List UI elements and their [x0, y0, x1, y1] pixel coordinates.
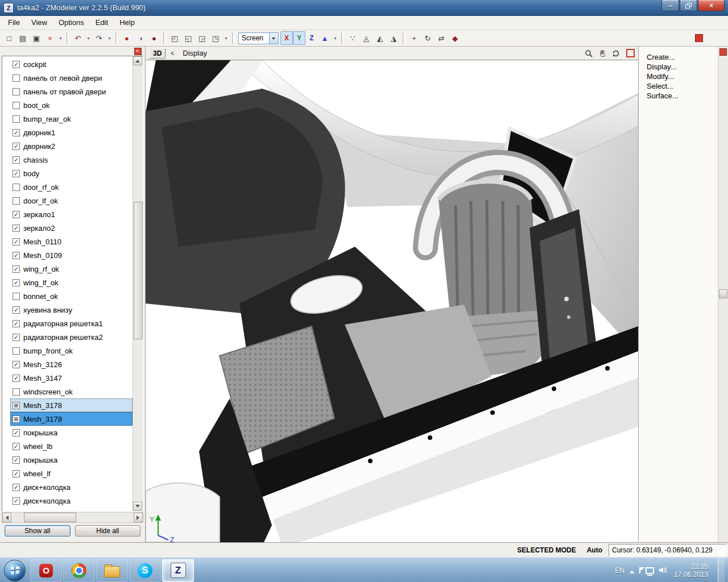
visibility-checkbox[interactable]: ✓ — [13, 375, 20, 382]
scene-object-row[interactable]: Mesh_3178 — [10, 398, 133, 412]
visibility-checkbox[interactable]: ✓ — [13, 470, 20, 477]
restore-button[interactable] — [680, 0, 697, 11]
scene-object-row[interactable]: ✓Mesh_0109 — [10, 248, 133, 262]
menu-item-file[interactable]: File — [2, 16, 26, 30]
axis-x-button[interactable]: X — [280, 31, 293, 45]
viewport-maximize-icon[interactable] — [626, 49, 635, 57]
scene-object-row[interactable]: ✓зеркало1 — [10, 207, 133, 221]
rotate-tool-icon[interactable]: ↻ — [421, 31, 435, 45]
command-item-create[interactable]: Create... — [647, 52, 718, 62]
visibility-checkbox[interactable] — [13, 115, 20, 123]
close-button[interactable]: × — [698, 0, 725, 11]
command-item-select[interactable]: Select... — [647, 81, 718, 91]
scene-object-row[interactable]: bump_front_ok — [10, 344, 133, 357]
visibility-checkbox[interactable]: ✓ — [13, 211, 20, 218]
scene-object-row[interactable]: door_lf_ok — [10, 194, 133, 207]
hide-all-button[interactable]: Hide all — [75, 525, 141, 537]
visibility-checkbox[interactable] — [13, 347, 20, 355]
open-folder-icon[interactable]: ▤ — [16, 31, 30, 45]
list-horizontal-scrollbar[interactable] — [2, 512, 143, 523]
scene-object-row[interactable]: ✓дворник2 — [10, 139, 133, 153]
start-button[interactable] — [0, 558, 30, 582]
scene-object-row[interactable]: ✓диск+колодка — [10, 480, 133, 494]
visibility-checkbox[interactable] — [13, 293, 20, 300]
visibility-checkbox[interactable]: ✓ — [13, 61, 20, 68]
orbit-icon[interactable] — [610, 48, 622, 59]
scene-object-row[interactable]: ✓зеркало2 — [10, 221, 133, 235]
visibility-checkbox[interactable]: ✓ — [13, 265, 20, 273]
visibility-checkbox[interactable]: ✓ — [13, 361, 20, 368]
save-icon[interactable]: ▣ — [30, 31, 43, 45]
visibility-checkbox[interactable]: ✓ — [13, 170, 20, 177]
redo-icon[interactable]: ↷ — [92, 31, 106, 45]
select-lasso-icon[interactable]: ◳ — [209, 31, 222, 45]
visibility-checkbox[interactable] — [13, 197, 20, 205]
command-item-display[interactable]: Display... — [647, 62, 718, 72]
scene-object-row[interactable]: ✓радиаторная решетка2 — [10, 330, 133, 344]
material-editor-icon[interactable]: ● — [120, 31, 134, 45]
visibility-checkbox[interactable] — [13, 402, 20, 409]
objects-level-icon[interactable]: ◮ — [387, 31, 400, 45]
scroll-right-button[interactable] — [134, 513, 143, 522]
view-back-button[interactable]: < — [168, 49, 177, 57]
scene-object-row[interactable]: door_rf_ok — [10, 180, 133, 194]
language-indicator[interactable]: EN — [615, 567, 624, 575]
zoom-icon[interactable] — [583, 48, 594, 59]
show-all-button[interactable]: Show all — [5, 525, 71, 537]
taskbar-button-opera[interactable]: O — [30, 559, 62, 582]
vertical-scroll-thumb[interactable] — [134, 202, 143, 339]
scene-object-row[interactable]: ✓wing_lf_ok — [10, 276, 133, 289]
scene-object-row[interactable]: ✓Mesh_3147 — [10, 371, 133, 385]
commands-panel-scrollbar[interactable] — [718, 47, 728, 542]
scene-object-row[interactable]: ✓wheel_lb — [10, 439, 133, 453]
view-mode-select[interactable]: Screen — [238, 32, 279, 44]
select-circle-icon[interactable]: ◲ — [195, 31, 209, 45]
scene-object-row[interactable]: ✓body — [10, 167, 133, 180]
auto-mode-toggle[interactable]: Auto — [582, 544, 607, 556]
menu-item-view[interactable]: View — [26, 16, 53, 30]
viewport-3d-canvas[interactable]: Y Z — [146, 60, 638, 542]
scene-object-row[interactable]: Mesh_3178 — [10, 412, 133, 426]
scene-object-row[interactable]: windscreen_ok — [10, 385, 133, 398]
scene-object-row[interactable]: ✓покрышка — [10, 426, 133, 439]
axis-z-button[interactable]: Z — [305, 31, 318, 45]
delete-icon[interactable]: × — [43, 31, 57, 45]
scroll-left-button[interactable] — [2, 513, 11, 522]
scene-object-row[interactable]: ✓диск+колодка — [10, 494, 133, 508]
scene-object-row[interactable]: ✓wheel_lf — [10, 467, 133, 480]
scene-object-row[interactable]: ✓Mesh_3126 — [10, 357, 133, 371]
mirror-tool-icon[interactable]: ⇄ — [435, 31, 448, 45]
move-tool-icon[interactable]: + — [407, 31, 421, 45]
hidden-icons-chevron-icon[interactable] — [630, 568, 634, 573]
visibility-checkbox[interactable]: ✓ — [13, 252, 20, 259]
menu-item-options[interactable]: Options — [53, 16, 90, 30]
scene-object-row[interactable]: панель от левой двери — [10, 71, 133, 85]
menu-item-edit[interactable]: Edit — [90, 16, 114, 30]
visibility-checkbox[interactable]: ✓ — [13, 429, 20, 436]
taskbar-button-explorer[interactable] — [96, 559, 128, 582]
visibility-checkbox[interactable]: ✓ — [13, 484, 20, 491]
visibility-checkbox[interactable]: ✓ — [13, 279, 20, 286]
visibility-checkbox[interactable]: ✓ — [13, 456, 20, 464]
scene-object-row[interactable]: ✓Mesh_0110 — [10, 235, 133, 248]
texture-browser-icon[interactable]: ● — [147, 31, 161, 45]
taskbar-button-chrome[interactable] — [63, 559, 95, 582]
vertices-level-icon[interactable]: ∵ — [346, 31, 359, 45]
chevron-down-icon[interactable]: ▾ — [106, 31, 113, 45]
visibility-checkbox[interactable]: ✓ — [13, 156, 20, 164]
scroll-thumb[interactable] — [719, 289, 727, 298]
axis-y-button[interactable]: Y — [293, 31, 305, 45]
clock[interactable]: 22:15 17.06.2013 — [674, 563, 708, 579]
scene-object-row[interactable]: панель от правой двери — [10, 85, 133, 98]
visibility-checkbox[interactable] — [13, 74, 20, 82]
select-single-icon[interactable]: ◰ — [168, 31, 181, 45]
visibility-checkbox[interactable] — [13, 415, 20, 423]
scene-object-row[interactable]: bump_rear_ok — [10, 112, 133, 126]
visibility-checkbox[interactable] — [13, 184, 20, 191]
list-vertical-scrollbar[interactable] — [133, 56, 143, 511]
scene-object-row[interactable]: ✓радиаторная решетка1 — [10, 317, 133, 330]
menu-item-help[interactable]: Help — [114, 16, 140, 30]
chevron-down-icon[interactable]: ▾ — [85, 31, 92, 45]
visibility-checkbox[interactable]: ✓ — [13, 443, 20, 450]
scene-object-row[interactable]: ✓chassis — [10, 153, 133, 167]
